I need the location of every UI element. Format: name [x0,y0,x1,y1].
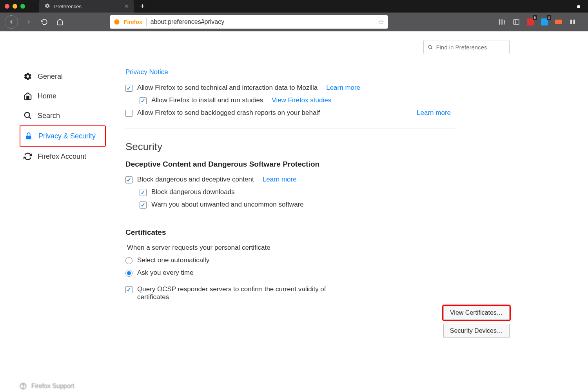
security-heading: Security [125,141,572,153]
preferences-sidebar: General Home Search Privacy & Security F… [0,31,114,392]
titlebar-right [577,3,588,10]
extension-2[interactable]: 0 [540,18,549,26]
toolbar-extensions: 8 0 [498,18,583,26]
svg-rect-7 [26,136,31,139]
sidebar-toggle-icon[interactable] [512,18,521,26]
svg-rect-3 [570,20,572,24]
gear-icon [24,72,32,81]
gear-icon [45,3,50,10]
telemetry-learn-more-link[interactable]: Learn more [326,84,360,92]
extension-4[interactable] [568,18,577,26]
block-downloads-checkbox[interactable] [140,189,147,196]
new-tab-button[interactable]: + [134,2,151,11]
browser-tab-preferences[interactable]: Preferences × [39,0,134,13]
window-maximize-button[interactable] [20,4,25,9]
search-icon [24,111,32,120]
block-dangerous-content-label: Block dangerous and deceptive content [137,176,254,183]
home-icon [24,92,32,100]
block-dangerous-content-checkbox[interactable] [125,176,132,183]
cert-ask-radio[interactable] [125,270,132,277]
svg-point-9 [23,388,24,388]
certificates-prompt: When a server requests your personal cer… [127,244,572,252]
navigation-toolbar: Firefox about:preferences#privacy ☆ 8 0 [0,13,588,31]
identity-label: Firefox [124,19,142,25]
crash-reports-checkbox[interactable] [125,110,132,117]
back-button[interactable] [5,15,18,29]
cert-auto-radio[interactable] [125,257,132,264]
preferences-main: Privacy Notice Allow Firefox to send tec… [114,31,588,392]
telemetry-label: Allow Firefox to send technical and inte… [137,84,318,92]
sidebar-item-privacy-security[interactable]: Privacy & Security [20,125,106,147]
library-icon[interactable] [498,18,506,26]
extension-3[interactable] [554,18,563,26]
svg-line-6 [29,117,31,119]
sidebar-item-label: Home [38,92,56,100]
sidebar-item-label: Firefox Account [38,152,86,161]
crash-reports-label: Allow Firefox to send backlogged crash r… [137,109,320,117]
telemetry-checkbox[interactable] [125,85,132,92]
deceptive-content-heading: Deceptive Content and Dangerous Software… [125,160,572,169]
svg-rect-1 [514,20,519,24]
block-downloads-label: Block dangerous downloads [151,188,235,196]
reload-button[interactable] [39,17,49,27]
ocsp-label: Query OCSP responder servers to confirm … [137,285,357,301]
svg-point-0 [114,19,119,24]
security-devices-button[interactable]: Security Devices… [443,324,510,338]
svg-point-5 [25,113,30,118]
sidebar-item-home[interactable]: Home [20,86,106,106]
separator [125,129,455,129]
cert-auto-label: Select one automatically [137,256,209,264]
extension-badge: 8 [533,15,537,20]
privacy-notice-link[interactable]: Privacy Notice [125,68,168,76]
svg-rect-4 [573,20,575,24]
search-preferences-box[interactable] [423,40,510,54]
tab-close-button[interactable]: × [125,3,128,10]
extension-badge: 0 [547,15,551,20]
view-studies-link[interactable]: View Firefox studies [272,96,331,104]
svg-line-11 [431,48,432,49]
extension-1[interactable]: 8 [526,18,535,26]
home-button[interactable] [55,17,65,27]
firefox-support-link[interactable]: Firefox Support [20,383,74,390]
ocsp-checkbox[interactable] [125,286,132,293]
sidebar-item-search[interactable]: Search [20,106,106,125]
url-text: about:preferences#privacy [151,18,374,25]
studies-label: Allow Firefox to install and run studies [151,96,263,104]
window-controls [0,4,30,9]
view-certificates-button[interactable]: View Certificates… [443,306,510,320]
window-close-button[interactable] [5,4,9,9]
sync-icon [24,152,32,161]
block-content-learn-more-link[interactable]: Learn more [263,176,297,183]
warn-software-checkbox[interactable] [140,201,147,209]
separator [146,18,147,26]
sidebar-item-label: Search [38,112,60,120]
lock-icon [24,132,33,140]
sidebar-item-label: Privacy & Security [38,132,96,140]
forward-button[interactable] [24,17,34,27]
crash-learn-more-link[interactable]: Learn more [417,109,451,117]
titlebar: Preferences × + [0,0,588,13]
search-input[interactable] [436,44,505,51]
warn-software-label: Warn you about unwanted and uncommon sof… [151,201,304,209]
bookmark-star-icon[interactable]: ☆ [378,18,384,26]
window-minimize-button[interactable] [13,4,17,9]
firefox-icon [114,19,120,25]
question-icon [20,383,27,390]
search-icon [428,44,433,50]
sidebar-item-firefox-account[interactable]: Firefox Account [20,147,106,166]
preferences-content: General Home Search Privacy & Security F… [0,31,588,392]
sidebar-item-label: General [38,73,63,81]
tab-title: Preferences [54,4,82,9]
svg-point-10 [428,45,432,48]
certificates-heading: Certificates [125,228,572,237]
sidebar-item-general[interactable]: General [20,67,106,86]
cert-ask-label: Ask you every time [137,269,194,277]
notification-dot-icon [577,5,580,8]
support-label: Firefox Support [31,383,74,390]
studies-checkbox[interactable] [140,97,147,104]
url-bar[interactable]: Firefox about:preferences#privacy ☆ [110,15,388,29]
